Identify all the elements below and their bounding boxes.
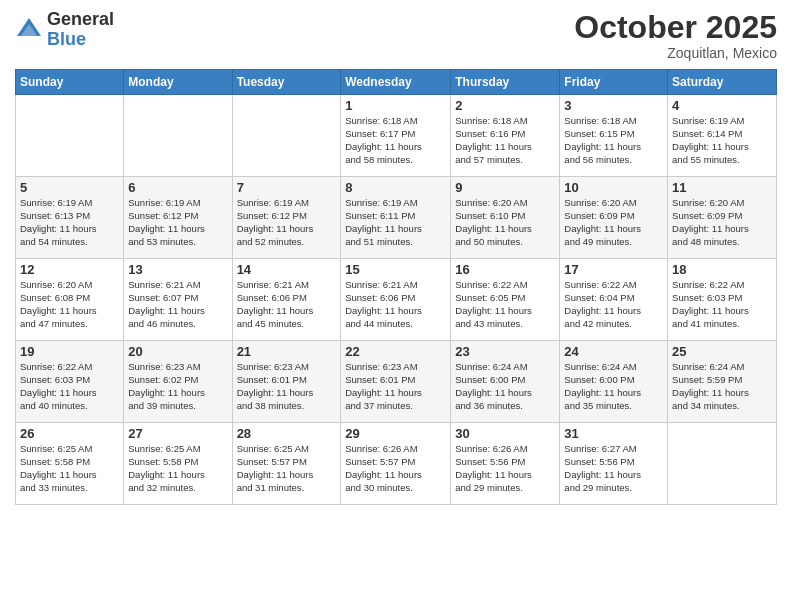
calendar-cell: 30Sunrise: 6:26 AM Sunset: 5:56 PM Dayli… <box>451 423 560 505</box>
day-info: Sunrise: 6:23 AM Sunset: 6:01 PM Dayligh… <box>345 361 446 412</box>
day-number: 4 <box>672 98 772 113</box>
day-of-week-header: Thursday <box>451 70 560 95</box>
day-number: 16 <box>455 262 555 277</box>
day-info: Sunrise: 6:19 AM Sunset: 6:13 PM Dayligh… <box>20 197 119 248</box>
day-of-week-header: Tuesday <box>232 70 341 95</box>
calendar-cell: 22Sunrise: 6:23 AM Sunset: 6:01 PM Dayli… <box>341 341 451 423</box>
day-of-week-header: Sunday <box>16 70 124 95</box>
subtitle: Zoquitlan, Mexico <box>574 45 777 61</box>
day-info: Sunrise: 6:20 AM Sunset: 6:09 PM Dayligh… <box>564 197 663 248</box>
day-info: Sunrise: 6:22 AM Sunset: 6:04 PM Dayligh… <box>564 279 663 330</box>
day-info: Sunrise: 6:23 AM Sunset: 6:02 PM Dayligh… <box>128 361 227 412</box>
day-number: 2 <box>455 98 555 113</box>
calendar-cell <box>668 423 777 505</box>
calendar-cell: 16Sunrise: 6:22 AM Sunset: 6:05 PM Dayli… <box>451 259 560 341</box>
calendar-table: SundayMondayTuesdayWednesdayThursdayFrid… <box>15 69 777 505</box>
calendar-cell: 26Sunrise: 6:25 AM Sunset: 5:58 PM Dayli… <box>16 423 124 505</box>
day-of-week-header: Saturday <box>668 70 777 95</box>
calendar-cell: 25Sunrise: 6:24 AM Sunset: 5:59 PM Dayli… <box>668 341 777 423</box>
calendar-cell: 31Sunrise: 6:27 AM Sunset: 5:56 PM Dayli… <box>560 423 668 505</box>
calendar-cell: 21Sunrise: 6:23 AM Sunset: 6:01 PM Dayli… <box>232 341 341 423</box>
day-info: Sunrise: 6:21 AM Sunset: 6:07 PM Dayligh… <box>128 279 227 330</box>
day-number: 17 <box>564 262 663 277</box>
day-info: Sunrise: 6:19 AM Sunset: 6:11 PM Dayligh… <box>345 197 446 248</box>
calendar-cell: 20Sunrise: 6:23 AM Sunset: 6:02 PM Dayli… <box>124 341 232 423</box>
logo-general-text: General <box>47 9 114 29</box>
calendar-cell: 5Sunrise: 6:19 AM Sunset: 6:13 PM Daylig… <box>16 177 124 259</box>
day-number: 28 <box>237 426 337 441</box>
day-number: 26 <box>20 426 119 441</box>
day-number: 31 <box>564 426 663 441</box>
calendar-cell: 12Sunrise: 6:20 AM Sunset: 6:08 PM Dayli… <box>16 259 124 341</box>
day-number: 30 <box>455 426 555 441</box>
calendar-header-row: SundayMondayTuesdayWednesdayThursdayFrid… <box>16 70 777 95</box>
day-number: 11 <box>672 180 772 195</box>
calendar-cell: 6Sunrise: 6:19 AM Sunset: 6:12 PM Daylig… <box>124 177 232 259</box>
day-info: Sunrise: 6:22 AM Sunset: 6:03 PM Dayligh… <box>672 279 772 330</box>
day-number: 18 <box>672 262 772 277</box>
day-number: 12 <box>20 262 119 277</box>
day-info: Sunrise: 6:20 AM Sunset: 6:08 PM Dayligh… <box>20 279 119 330</box>
calendar-cell: 1Sunrise: 6:18 AM Sunset: 6:17 PM Daylig… <box>341 95 451 177</box>
calendar-week-row: 5Sunrise: 6:19 AM Sunset: 6:13 PM Daylig… <box>16 177 777 259</box>
day-number: 23 <box>455 344 555 359</box>
page: General Blue October 2025 Zoquitlan, Mex… <box>0 0 792 612</box>
day-number: 3 <box>564 98 663 113</box>
day-of-week-header: Friday <box>560 70 668 95</box>
day-info: Sunrise: 6:22 AM Sunset: 6:03 PM Dayligh… <box>20 361 119 412</box>
day-info: Sunrise: 6:26 AM Sunset: 5:56 PM Dayligh… <box>455 443 555 494</box>
day-info: Sunrise: 6:18 AM Sunset: 6:15 PM Dayligh… <box>564 115 663 166</box>
calendar-cell: 28Sunrise: 6:25 AM Sunset: 5:57 PM Dayli… <box>232 423 341 505</box>
day-number: 14 <box>237 262 337 277</box>
calendar-cell: 4Sunrise: 6:19 AM Sunset: 6:14 PM Daylig… <box>668 95 777 177</box>
calendar-cell: 7Sunrise: 6:19 AM Sunset: 6:12 PM Daylig… <box>232 177 341 259</box>
calendar-cell: 10Sunrise: 6:20 AM Sunset: 6:09 PM Dayli… <box>560 177 668 259</box>
day-number: 22 <box>345 344 446 359</box>
day-info: Sunrise: 6:25 AM Sunset: 5:58 PM Dayligh… <box>20 443 119 494</box>
day-of-week-header: Monday <box>124 70 232 95</box>
calendar-cell: 17Sunrise: 6:22 AM Sunset: 6:04 PM Dayli… <box>560 259 668 341</box>
day-number: 29 <box>345 426 446 441</box>
day-info: Sunrise: 6:25 AM Sunset: 5:57 PM Dayligh… <box>237 443 337 494</box>
day-number: 15 <box>345 262 446 277</box>
day-info: Sunrise: 6:21 AM Sunset: 6:06 PM Dayligh… <box>345 279 446 330</box>
calendar-week-row: 19Sunrise: 6:22 AM Sunset: 6:03 PM Dayli… <box>16 341 777 423</box>
day-number: 7 <box>237 180 337 195</box>
calendar-cell: 18Sunrise: 6:22 AM Sunset: 6:03 PM Dayli… <box>668 259 777 341</box>
day-info: Sunrise: 6:18 AM Sunset: 6:16 PM Dayligh… <box>455 115 555 166</box>
day-info: Sunrise: 6:25 AM Sunset: 5:58 PM Dayligh… <box>128 443 227 494</box>
day-number: 9 <box>455 180 555 195</box>
calendar-cell: 2Sunrise: 6:18 AM Sunset: 6:16 PM Daylig… <box>451 95 560 177</box>
calendar-cell: 3Sunrise: 6:18 AM Sunset: 6:15 PM Daylig… <box>560 95 668 177</box>
calendar-week-row: 1Sunrise: 6:18 AM Sunset: 6:17 PM Daylig… <box>16 95 777 177</box>
day-info: Sunrise: 6:23 AM Sunset: 6:01 PM Dayligh… <box>237 361 337 412</box>
calendar-cell: 24Sunrise: 6:24 AM Sunset: 6:00 PM Dayli… <box>560 341 668 423</box>
day-number: 6 <box>128 180 227 195</box>
day-info: Sunrise: 6:19 AM Sunset: 6:14 PM Dayligh… <box>672 115 772 166</box>
day-info: Sunrise: 6:26 AM Sunset: 5:57 PM Dayligh… <box>345 443 446 494</box>
calendar-cell <box>124 95 232 177</box>
day-info: Sunrise: 6:19 AM Sunset: 6:12 PM Dayligh… <box>237 197 337 248</box>
day-info: Sunrise: 6:19 AM Sunset: 6:12 PM Dayligh… <box>128 197 227 248</box>
calendar-cell: 29Sunrise: 6:26 AM Sunset: 5:57 PM Dayli… <box>341 423 451 505</box>
day-number: 8 <box>345 180 446 195</box>
day-info: Sunrise: 6:18 AM Sunset: 6:17 PM Dayligh… <box>345 115 446 166</box>
day-number: 13 <box>128 262 227 277</box>
calendar-cell: 15Sunrise: 6:21 AM Sunset: 6:06 PM Dayli… <box>341 259 451 341</box>
day-number: 27 <box>128 426 227 441</box>
day-number: 24 <box>564 344 663 359</box>
day-number: 25 <box>672 344 772 359</box>
day-number: 5 <box>20 180 119 195</box>
day-number: 10 <box>564 180 663 195</box>
calendar-cell: 23Sunrise: 6:24 AM Sunset: 6:00 PM Dayli… <box>451 341 560 423</box>
calendar-cell <box>16 95 124 177</box>
logo: General Blue <box>15 10 114 50</box>
day-info: Sunrise: 6:21 AM Sunset: 6:06 PM Dayligh… <box>237 279 337 330</box>
month-title: October 2025 <box>574 10 777 45</box>
calendar-week-row: 12Sunrise: 6:20 AM Sunset: 6:08 PM Dayli… <box>16 259 777 341</box>
day-info: Sunrise: 6:24 AM Sunset: 6:00 PM Dayligh… <box>455 361 555 412</box>
day-info: Sunrise: 6:24 AM Sunset: 5:59 PM Dayligh… <box>672 361 772 412</box>
day-info: Sunrise: 6:24 AM Sunset: 6:00 PM Dayligh… <box>564 361 663 412</box>
day-number: 20 <box>128 344 227 359</box>
calendar-cell: 9Sunrise: 6:20 AM Sunset: 6:10 PM Daylig… <box>451 177 560 259</box>
